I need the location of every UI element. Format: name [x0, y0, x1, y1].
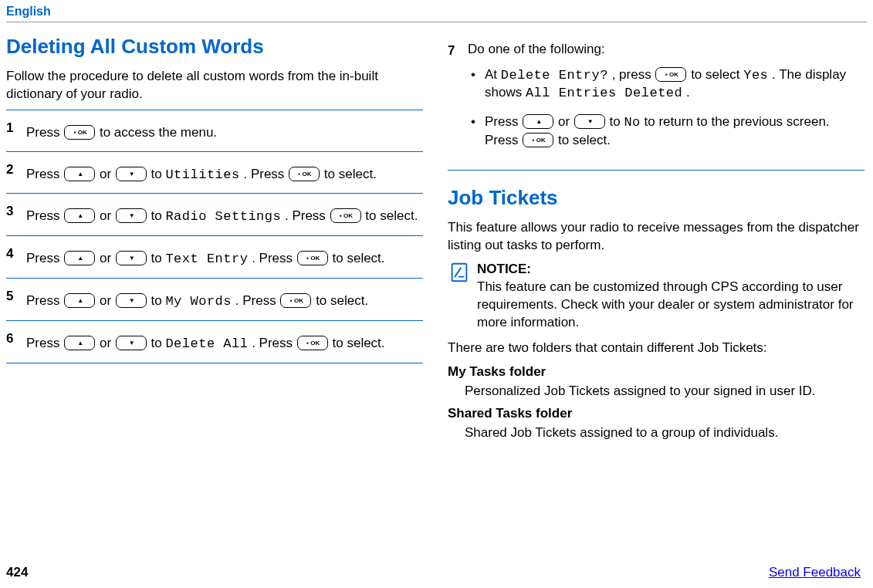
down-button-icon — [116, 208, 147, 223]
text: At — [485, 67, 501, 82]
step-text: . Press — [243, 167, 288, 181]
step-num: 3 — [6, 201, 26, 226]
jobtix-intro: This feature allows your radio to receiv… — [448, 219, 865, 255]
ok-button-icon — [289, 167, 320, 181]
ok-button-icon — [330, 208, 361, 223]
folder-my-tasks-title: My Tasks folder — [448, 363, 865, 381]
left-column: Deleting All Custom Words Follow the pro… — [6, 33, 423, 442]
text: to select. — [558, 133, 611, 147]
notice-label: NOTICE: — [477, 261, 865, 279]
text: . — [686, 85, 690, 100]
step-text: or — [100, 251, 115, 265]
step-text: . Press — [252, 251, 296, 265]
step-text: Press — [26, 208, 63, 223]
step-text: or — [100, 167, 115, 181]
step-text: . Press — [285, 208, 330, 223]
step-6: 6 Press or to Delete All . Press to sele… — [6, 320, 423, 363]
up-button-icon — [523, 114, 553, 129]
step-text: to — [151, 208, 166, 223]
step-text: Press — [26, 125, 63, 140]
folder-shared-tasks-desc: Shared Job Tickets assigned to a group o… — [465, 424, 865, 442]
step-text: . Press — [252, 336, 296, 350]
folders-lead: There are two folders that contain diffe… — [448, 340, 865, 357]
result-text: All Entries Deleted — [526, 86, 682, 100]
step-text: or — [100, 336, 115, 350]
page-number: 424 — [6, 564, 28, 582]
ok-button-icon — [297, 336, 328, 350]
menu-target: Text Entry — [165, 252, 248, 266]
step-text: to select. — [333, 251, 385, 265]
text: or — [558, 114, 574, 129]
step-text: . Press — [235, 293, 280, 308]
step-text: to — [151, 293, 166, 308]
notice-text: This feature can be customized through C… — [477, 279, 865, 332]
menu-target: Utilities — [165, 167, 239, 182]
step-text: to select. — [316, 293, 368, 308]
ok-button-icon — [64, 125, 95, 140]
up-button-icon — [64, 336, 95, 350]
folder-shared-tasks-title: Shared Tasks folder — [448, 405, 865, 423]
step-num: 5 — [6, 286, 26, 311]
section-title-job-tickets: Job Tickets — [448, 184, 865, 211]
step-1: 1 Press to access the menu. — [6, 110, 423, 151]
up-button-icon — [64, 167, 95, 181]
notice-icon — [448, 261, 477, 332]
page-footer: 424 Send Feedback — [6, 564, 861, 582]
yes-text: Yes — [743, 68, 768, 83]
up-button-icon — [64, 208, 95, 223]
step-7: 7 Do one of the following: At Delete Ent… — [448, 33, 865, 171]
doc-header-lang: English — [6, 3, 867, 22]
step-text: Press — [26, 167, 63, 181]
text: to select — [691, 67, 743, 82]
step-text: Press — [26, 293, 63, 308]
no-text: No — [624, 115, 640, 130]
step-text: to select. — [333, 336, 385, 350]
step-3: 3 Press or to Radio Settings . Press to … — [6, 193, 423, 235]
down-button-icon — [116, 251, 147, 265]
menu-target: My Words — [165, 294, 232, 309]
step-2: 2 Press or to Utilities . Press to selec… — [6, 151, 423, 194]
step-4: 4 Press or to Text Entry . Press to sele… — [6, 235, 423, 278]
step-num: 6 — [6, 329, 26, 353]
prompt-text: Delete Entry? — [501, 68, 608, 83]
text: to — [610, 114, 624, 129]
down-button-icon — [116, 293, 147, 308]
step-text: to access the menu. — [100, 125, 217, 140]
up-button-icon — [64, 293, 95, 308]
step-text: Press — [26, 251, 63, 265]
text: Press — [485, 114, 522, 129]
step-text: to — [151, 336, 166, 350]
svg-rect-0 — [452, 264, 467, 282]
step-num: 1 — [6, 118, 26, 142]
menu-target: Delete All — [165, 336, 248, 351]
send-feedback-link[interactable]: Send Feedback — [769, 564, 861, 582]
text: , press — [612, 67, 655, 82]
step-text: or — [100, 208, 115, 223]
notice-block: NOTICE: This feature can be customized t… — [448, 261, 865, 332]
ok-button-icon — [655, 67, 686, 82]
step-num: 7 — [448, 41, 468, 161]
step7-bullet-2: Press or to No to return to the previous… — [471, 113, 865, 150]
step-5: 5 Press or to My Words . Press to select… — [6, 278, 423, 320]
step-text: to — [151, 251, 166, 265]
ok-button-icon — [280, 293, 311, 308]
menu-target: Radio Settings — [165, 209, 281, 224]
down-button-icon — [116, 336, 147, 350]
ok-button-icon — [297, 251, 328, 265]
step-text: or — [100, 293, 115, 308]
folder-my-tasks-desc: Personalized Job Tickets assigned to you… — [465, 383, 865, 400]
step-text: to select. — [324, 167, 377, 181]
section-title-deleting: Deleting All Custom Words — [6, 33, 423, 60]
step7-bullet-1: At Delete Entry? , press to select Yes .… — [471, 66, 865, 103]
step-text: Press — [26, 336, 63, 350]
down-button-icon — [116, 167, 147, 181]
step-text: to — [151, 167, 166, 181]
step-num: 2 — [6, 160, 26, 184]
up-button-icon — [64, 251, 95, 265]
step-lead: Do one of the following: — [468, 42, 605, 56]
intro-text: Follow the procedure to delete all custo… — [6, 68, 423, 103]
ok-button-icon — [523, 133, 553, 147]
right-column: 7 Do one of the following: At Delete Ent… — [448, 33, 865, 442]
step-num: 4 — [6, 244, 26, 269]
step-text: to select. — [365, 208, 418, 223]
